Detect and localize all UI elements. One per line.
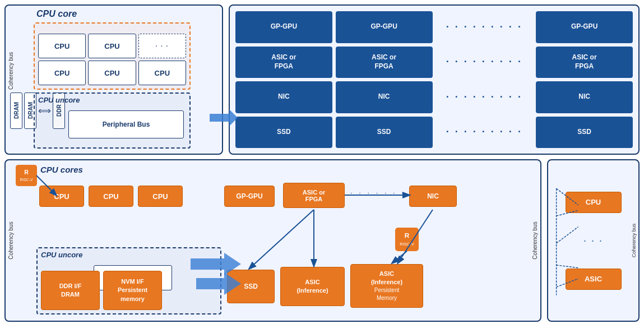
coherency-label-bottom-right: Coherency bus <box>532 221 538 259</box>
cpu-cell-3: CPU <box>38 61 86 85</box>
svg-line-15 <box>392 251 407 263</box>
svg-text:R: R <box>405 232 410 239</box>
ddr-nvm-row: DDR I/FDRAM NVM I/FPersistentmemory <box>41 271 162 310</box>
cpu-cell-2: CPU <box>88 34 136 58</box>
bottom-cpu-3: CPU <box>138 186 183 207</box>
ssd-3: SSD <box>536 117 633 149</box>
bottom-cpu-1: CPU <box>39 186 84 207</box>
dram-box-1: DRAM <box>10 92 22 129</box>
top-section: CPU core Coherency bus CPU CPU · · · CPU… <box>4 4 640 155</box>
br-coherency-label: Coherency bus <box>631 224 637 258</box>
cpu-core-title: CPU core <box>36 9 77 19</box>
dots-4: · · · · · · · · · <box>436 117 533 149</box>
svg-line-22 <box>557 265 578 268</box>
top-right-panel: GP-GPU GP-GPU · · · · · · · · · GP-GPU A… <box>229 4 640 155</box>
peripheral-bus-box: Peripheral Bus <box>68 110 184 138</box>
gp-gpu-1: GP-GPU <box>235 11 332 43</box>
gp-gpu-2: GP-GPU <box>336 11 433 43</box>
ssd-bottom: SSD <box>227 270 275 303</box>
top-left-panel: CPU core Coherency bus CPU CPU · · · CPU… <box>4 4 223 155</box>
asic-fpga-1: ASIC orFPGA <box>235 47 332 78</box>
nic-1: NIC <box>235 81 332 113</box>
cpu-grid: CPU CPU · · · CPU CPU CPU <box>35 24 189 89</box>
nic-bottom: NIC <box>409 186 457 207</box>
asic-inference-2: ASIC(Inference)PersistentMemory <box>350 264 423 308</box>
svg-rect-5 <box>395 228 419 251</box>
ssd-2: SSD <box>336 117 433 149</box>
svg-text:RISC-V: RISC-V <box>400 242 414 247</box>
bottom-left-panel: Coherency bus Coherency bus R RISC-V CPU… <box>4 159 541 322</box>
asic-fpga-bottom: ASIC orFPGA <box>283 183 345 208</box>
svg-text:RISC-V: RISC-V <box>20 178 33 182</box>
cpu-cell-5: CPU <box>138 61 186 85</box>
svg-line-21 <box>557 227 578 243</box>
svg-line-16 <box>249 210 314 269</box>
nic-2: NIC <box>336 81 433 113</box>
big-arrow-right-top <box>210 109 238 126</box>
cpu-cell-4: CPU <box>88 61 136 85</box>
asic-inference-1: ASIC(Inference) <box>280 267 345 306</box>
cpu-core-box: CPU CPU · · · CPU CPU CPU <box>34 22 191 90</box>
gp-gpu-3: GP-GPU <box>536 11 633 43</box>
asic-fpga-2: ASIC orFPGA <box>336 47 433 78</box>
cpu-cell-1: CPU <box>38 34 86 58</box>
asic-fpga-3: ASIC orFPGA <box>536 47 633 78</box>
svg-marker-1 <box>210 109 238 126</box>
dots-3: · · · · · · · · · <box>436 81 533 113</box>
cpu-uncore-title-top: CPU uncore <box>38 96 80 104</box>
cpu-cores-title-bottom: CPU cores <box>40 165 83 174</box>
svg-text:R: R <box>24 169 29 175</box>
gp-gpu-bottom: GP-GPU <box>224 186 275 207</box>
coherency-label-bottom-left: Coherency bus <box>8 221 14 259</box>
br-dots: · · · <box>583 233 603 249</box>
br-asic-box: ASIC <box>566 269 622 290</box>
nic-3: NIC <box>536 81 633 113</box>
coherency-bus-label-top: Coherency bus <box>8 34 14 90</box>
ddr-if-box: DDR I/FDRAM <box>41 271 100 310</box>
main-container: CPU core Coherency bus CPU CPU · · · CPU… <box>0 0 644 333</box>
risc-v-logo-middle: R RISC-V <box>395 228 419 251</box>
nvm-if-box: NVM I/FPersistentmemory <box>103 271 162 310</box>
risc-v-logo-bottom: R RISC-V <box>16 165 37 186</box>
bottom-section: Coherency bus Coherency bus R RISC-V CPU… <box>4 159 640 322</box>
bottom-dots-h: · · · · · · · <box>350 188 406 197</box>
svg-rect-2 <box>16 165 37 186</box>
bottom-cpu-row: CPU CPU CPU <box>39 186 183 207</box>
ssd-1: SSD <box>235 117 332 149</box>
br-cpu-box: CPU <box>566 192 622 213</box>
cpu-uncore-box-bottom: CPU uncore Smart & FastPeripheral Bus DD… <box>36 247 221 314</box>
bottom-right-panel: Coherency bus CPU · · · ASIC <box>547 159 640 322</box>
cpu-cell-dots-1: · · · <box>138 34 186 58</box>
dots-2: · · · · · · · · · <box>436 47 533 78</box>
device-grid: GP-GPU GP-GPU · · · · · · · · · GP-GPU A… <box>235 11 633 148</box>
dots-1: · · · · · · · · · <box>436 11 533 43</box>
cpu-uncore-box-top: CPU uncore Peripheral Bus <box>34 92 191 149</box>
cpu-uncore-title-bottom: CPU uncore <box>41 251 82 259</box>
bottom-cpu-2: CPU <box>89 186 133 207</box>
